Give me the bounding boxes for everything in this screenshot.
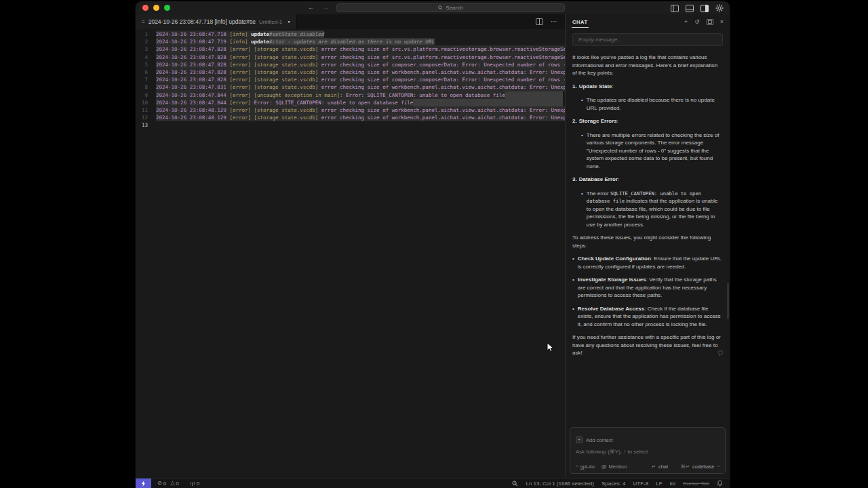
log-line[interactable]: 12024-10-26 23:08:47.718 [info] update#s…: [136, 30, 565, 38]
chat-block: To address these issues, you might consi…: [572, 234, 723, 249]
chevron-up-icon[interactable]: ^: [717, 464, 719, 470]
line-number: 7: [136, 76, 156, 83]
selection-highlight-block: [505, 92, 563, 99]
log-line[interactable]: 52024-10-26 23:08:47.828 [error] [storag…: [136, 61, 565, 68]
mention-label: Mention: [608, 464, 627, 470]
toggle-bottom-panel-icon[interactable]: [686, 5, 694, 12]
cmd-enter-key-icon: ⌘↵: [680, 464, 690, 470]
editor-pane: ≡ 2024-10-26 23:08:47.718 [info] update#…: [136, 14, 566, 478]
log-line[interactable]: 13: [136, 121, 565, 129]
editor-tab-bar: ≡ 2024-10-26 23:08:47.718 [info] update#…: [136, 14, 565, 29]
app-window: ← → Search: [136, 1, 730, 488]
empty-message-placeholder: Empty message...: [578, 37, 622, 43]
model-selector[interactable]: ^ gpt-4o: [576, 464, 595, 470]
line-number: 3: [136, 45, 156, 53]
empty-message-box[interactable]: Empty message...: [572, 33, 723, 46]
minimize-window-button[interactable]: [153, 5, 159, 11]
log-line[interactable]: 112024-10-26 23:08:48.129 [error] [stora…: [136, 106, 565, 114]
problems-indicator[interactable]: ⊘ 0 △ 0: [157, 481, 179, 487]
chat-panel: CHAT + ↺ × Empty message... It looks lik…: [566, 14, 730, 478]
search-placeholder: Search: [446, 5, 462, 11]
line-number: 9: [136, 92, 156, 99]
message-action-icon[interactable]: [717, 350, 724, 357]
tab-description: Untitled-1: [259, 19, 282, 25]
chat-block: If you need further assistance with a sp…: [572, 333, 723, 357]
settings-gear-icon[interactable]: [715, 4, 724, 12]
zoom-icon[interactable]: [512, 481, 518, 487]
toggle-right-panel-icon[interactable]: [701, 5, 709, 12]
back-button[interactable]: ←: [308, 3, 315, 12]
global-search-box[interactable]: Search: [336, 3, 565, 12]
chat-scrollbar[interactable]: [727, 283, 729, 319]
language-mode[interactable]: Ini: [670, 481, 675, 487]
encoding[interactable]: UTF-8: [633, 481, 649, 487]
close-chat-icon[interactable]: ×: [720, 19, 724, 25]
expand-chat-icon[interactable]: [707, 19, 713, 25]
tab-label: 2024-10-26 23:08:47.718 [info] update#se: [149, 18, 256, 25]
line-number: 1: [136, 30, 156, 38]
log-line[interactable]: 42024-10-26 23:08:47.828 [error] [storag…: [136, 54, 565, 61]
close-window-button[interactable]: [142, 5, 149, 11]
chat-block: 3.Database Error:: [572, 176, 723, 184]
chevron-up-icon: ^: [576, 464, 578, 470]
error-icon: ⊘: [157, 481, 162, 486]
indentation[interactable]: Spaces: 4: [601, 481, 626, 487]
bolt-icon: [141, 481, 146, 487]
chat-block: 2.Storage Errors:: [572, 117, 723, 125]
cursor-position[interactable]: Ln 13, Col 1 (1686 selected): [526, 481, 594, 487]
history-nav: ← →: [308, 3, 329, 12]
line-number: 13: [136, 121, 156, 129]
code-editor[interactable]: 12024-10-26 23:08:47.718 [info] update#s…: [136, 29, 565, 478]
add-context-label: Add context: [586, 437, 613, 443]
log-line[interactable]: 122024-10-26 23:08:48.129 [error] [stora…: [136, 114, 565, 121]
mention-button[interactable]: @ Mention: [601, 464, 627, 470]
unsaved-dot-icon[interactable]: ●: [288, 20, 290, 24]
chat-header-actions: + ↺ ×: [684, 19, 724, 25]
line-number: 8: [136, 83, 156, 91]
maximize-window-button[interactable]: [164, 5, 170, 11]
chat-block: •Resolve Database Access: Check if the d…: [572, 305, 723, 329]
line-number: 5: [136, 61, 156, 68]
chat-block: •The updates are disabled because there …: [572, 96, 723, 112]
editor-tab-untitled-1[interactable]: ≡ 2024-10-26 23:08:47.718 [info] update#…: [136, 14, 297, 29]
line-number: 4: [136, 54, 156, 61]
desktop: { "title_bar": { "search_placeholder": "…: [0, 0, 868, 488]
log-line[interactable]: 72024-10-26 23:08:47.828 [error] [storag…: [136, 76, 565, 83]
eol-sequence[interactable]: LF: [656, 481, 662, 487]
chat-block: •There are multiple errors related to ch…: [572, 131, 723, 171]
chat-input-box[interactable]: + Add context Ask followup (⌘Y), ↑ to se…: [570, 427, 726, 474]
line-number: 12: [136, 114, 156, 121]
ports-indicator[interactable]: 0: [190, 481, 199, 487]
cursor-tab-toggle[interactable]: Cursor Tab: [683, 481, 709, 487]
enter-key-icon: ↵: [652, 464, 656, 470]
chat-submit-hint[interactable]: chat: [658, 464, 668, 470]
model-name: gpt-4o: [580, 464, 595, 470]
chat-input-toolbar: ^ gpt-4o @ Mention ↵ chat ⌘↵: [576, 464, 719, 470]
at-icon: @: [601, 464, 607, 470]
toggle-left-panel-icon[interactable]: [671, 5, 679, 12]
followup-placeholder: Ask followup (⌘Y), ↑ to select: [576, 449, 719, 455]
tab-chat[interactable]: CHAT: [572, 16, 589, 28]
codebase-submit-hint[interactable]: codebase: [692, 464, 715, 470]
layout-controls: [671, 4, 724, 12]
main-area: ≡ 2024-10-26 23:08:47.718 [info] update#…: [136, 14, 730, 478]
log-line[interactable]: 62024-10-26 23:08:47.828 [error] [storag…: [136, 68, 565, 76]
more-actions-icon[interactable]: ⋯: [551, 18, 557, 25]
remote-indicator-button[interactable]: [136, 479, 151, 488]
log-line[interactable]: 102024-10-26 23:08:47.844 [error] Error:…: [136, 99, 565, 106]
log-line[interactable]: 82024-10-26 23:08:47.831 [error] [storag…: [136, 83, 565, 91]
new-chat-icon[interactable]: +: [684, 19, 688, 25]
forward-button[interactable]: →: [322, 3, 329, 12]
log-line[interactable]: 22024-10-26 23:08:47.719 [info] update#c…: [136, 38, 565, 45]
file-icon: ≡: [142, 19, 145, 25]
chat-block: 1.Update State:: [572, 83, 723, 91]
log-line[interactable]: 92024-10-26 23:08:47.844 [error] [uncaug…: [136, 92, 565, 99]
add-context-chip[interactable]: + Add context: [576, 436, 613, 443]
radio-tower-icon: [190, 481, 195, 486]
notifications-bell-icon[interactable]: [717, 480, 723, 487]
title-bar: ← → Search: [136, 1, 730, 14]
log-line[interactable]: 32024-10-26 23:08:47.828 [error] [storag…: [136, 45, 565, 53]
selection-highlight-block: [413, 99, 563, 106]
split-editor-icon[interactable]: [536, 18, 543, 25]
chat-history-icon[interactable]: ↺: [694, 19, 700, 25]
